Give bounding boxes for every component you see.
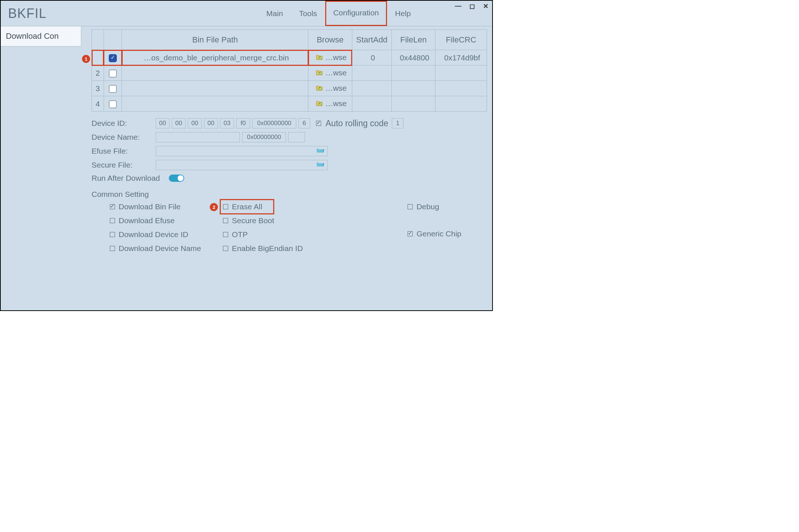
device-id-5[interactable] xyxy=(236,118,250,128)
browse-cell[interactable]: …wse xyxy=(308,65,352,81)
menu-configuration[interactable]: Configuration xyxy=(325,1,387,26)
file-crc-cell xyxy=(435,65,487,81)
common-setting-title: Common Setting xyxy=(92,190,487,199)
device-id-0[interactable] xyxy=(156,118,170,128)
checkbox-icon xyxy=(109,54,117,62)
checkbox-icon xyxy=(408,231,413,236)
secure-boot-option[interactable]: Secure Boot xyxy=(223,216,303,225)
device-name-input[interactable] xyxy=(156,132,240,142)
col-header-start: StartAdd xyxy=(352,30,391,50)
bin-file-path-cell[interactable] xyxy=(122,96,308,112)
menu-main[interactable]: Main xyxy=(258,1,291,26)
folder-icon xyxy=(316,53,324,62)
col-header-enable xyxy=(104,30,122,50)
row-enable-cell[interactable] xyxy=(104,96,122,112)
device-id-last[interactable] xyxy=(298,118,310,128)
bin-file-path-cell[interactable] xyxy=(122,65,308,81)
device-id-4[interactable] xyxy=(220,118,234,128)
auto-rolling-val[interactable] xyxy=(392,118,404,128)
callout-1: 1 xyxy=(82,55,90,63)
generic-chip-option[interactable]: Generic Chip xyxy=(408,229,461,238)
folder-icon xyxy=(316,84,324,93)
browse-cell[interactable]: …wse xyxy=(308,96,352,112)
checkbox-icon xyxy=(109,100,117,108)
checkbox-icon xyxy=(109,85,117,93)
col-header-path: Bin File Path xyxy=(122,30,308,50)
main-menu: Main Tools Configuration Help xyxy=(258,1,419,26)
folder-icon xyxy=(316,69,324,78)
file-table: Bin File Path Browse StartAdd FileLen Fi… xyxy=(92,29,487,112)
row-enable-cell[interactable] xyxy=(104,50,122,65)
titlebar: BKFIL Main Tools Configuration Help — ◻ … xyxy=(1,1,492,26)
checkbox-icon xyxy=(110,204,115,209)
table-row: 2…wse xyxy=(92,65,487,81)
download-device-id-option[interactable]: Download Device ID xyxy=(110,230,201,239)
download-efuse-option[interactable]: Download Efuse xyxy=(110,216,201,225)
checkbox-icon xyxy=(223,204,228,209)
open-folder-icon[interactable] xyxy=(316,147,324,155)
sidebar-tab-download-config[interactable]: Download Con xyxy=(1,26,81,46)
menu-tools[interactable]: Tools xyxy=(291,1,325,26)
row-number: 2 xyxy=(92,65,104,81)
secure-file-input[interactable] xyxy=(156,160,328,170)
efuse-file-input[interactable] xyxy=(156,146,328,156)
row-number xyxy=(92,50,104,65)
file-crc-cell xyxy=(435,81,487,96)
sidebar: Download Con xyxy=(1,26,81,310)
start-addr-cell[interactable] xyxy=(352,81,391,96)
auto-rolling-label: Auto rolling code xyxy=(326,119,388,128)
minimize-button[interactable]: — xyxy=(453,2,463,10)
col-header-crc: FileCRC xyxy=(435,30,487,50)
callout-2: 2 xyxy=(210,203,218,211)
device-id-ext[interactable] xyxy=(252,118,296,128)
erase-all-option-wrapper: 2 Erase All xyxy=(223,202,303,211)
browse-cell[interactable]: …wse xyxy=(308,50,352,65)
open-folder-icon[interactable] xyxy=(316,161,324,169)
folder-icon xyxy=(316,100,324,108)
row-number: 3 xyxy=(92,81,104,96)
device-id-1[interactable] xyxy=(172,118,186,128)
bin-file-path-cell[interactable]: …os_demo_ble_peripheral_merge_crc.bin xyxy=(122,50,308,65)
device-name-hex[interactable] xyxy=(242,132,286,142)
checkbox-icon xyxy=(110,246,115,251)
enable-bigendian-id-option[interactable]: Enable BigEndian ID xyxy=(223,244,303,253)
row-enable-cell[interactable] xyxy=(104,81,122,96)
file-len-cell xyxy=(391,96,435,112)
row-number: 4 xyxy=(92,96,104,112)
start-addr-cell[interactable] xyxy=(352,96,391,112)
file-len-cell: 0x44800 xyxy=(391,50,435,65)
menu-help[interactable]: Help xyxy=(387,1,419,26)
maximize-button[interactable]: ◻ xyxy=(468,2,476,10)
secure-file-label: Secure File: xyxy=(92,161,156,169)
close-button[interactable]: ✕ xyxy=(482,2,490,10)
start-addr-cell[interactable] xyxy=(352,65,391,81)
checkbox-icon xyxy=(223,246,228,251)
auto-rolling-checkbox[interactable] xyxy=(316,121,321,126)
checkbox-icon xyxy=(110,232,115,237)
checkbox-icon xyxy=(408,204,413,209)
erase-all-option[interactable]: Erase All xyxy=(221,200,273,213)
download-device-name-option[interactable]: Download Device Name xyxy=(110,244,201,253)
device-name-label: Device Name: xyxy=(92,133,156,142)
start-addr-cell[interactable]: 0 xyxy=(352,50,391,65)
table-row: …os_demo_ble_peripheral_merge_crc.bin…ws… xyxy=(92,50,487,65)
table-row: 4…wse xyxy=(92,96,487,112)
device-name-extra[interactable] xyxy=(288,132,305,142)
device-id-3[interactable] xyxy=(204,118,218,128)
efuse-file-label: Efuse File: xyxy=(92,147,156,156)
checkbox-icon xyxy=(110,218,115,223)
debug-option[interactable]: Debug xyxy=(408,202,461,211)
checkbox-icon xyxy=(223,232,228,237)
window-controls: — ◻ ✕ xyxy=(453,2,490,10)
device-id-label: Device ID: xyxy=(92,119,156,128)
download-bin-file-option[interactable]: Download Bin File xyxy=(110,202,201,211)
row-enable-cell[interactable] xyxy=(104,65,122,81)
browse-cell[interactable]: …wse xyxy=(308,81,352,96)
file-crc-cell xyxy=(435,96,487,112)
bin-file-path-cell[interactable] xyxy=(122,81,308,96)
file-len-cell xyxy=(391,65,435,81)
checkbox-icon xyxy=(223,218,228,223)
device-id-2[interactable] xyxy=(188,118,202,128)
otp-option[interactable]: OTP xyxy=(223,230,303,239)
run-after-download-toggle[interactable] xyxy=(169,175,184,182)
